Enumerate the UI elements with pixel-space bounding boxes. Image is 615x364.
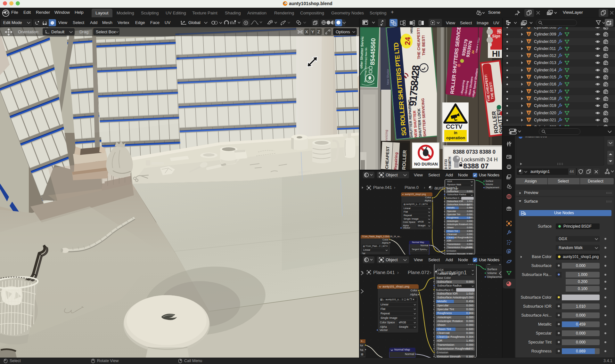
svg-text:8388 0733 8388 0: 8388 0733 8388 0 <box>453 149 496 155</box>
svg-text:HI: HI <box>492 49 500 58</box>
svg-text:NO DURIAN: NO DURIAN <box>414 162 438 166</box>
svg-text:24: 24 <box>471 50 475 54</box>
svg-text:Locksmith 24 H: Locksmith 24 H <box>461 157 498 162</box>
svg-text:8 0733: 8 0733 <box>444 159 448 169</box>
svg-text:THE CHEAPEST!: THE CHEAPEST! <box>416 28 421 59</box>
svg-text:in: in <box>454 131 457 135</box>
svg-text:HRS: HRS <box>410 27 414 34</box>
svg-text:招: 招 <box>497 29 502 34</box>
svg-text:THE BEST!: THE BEST! <box>421 35 426 56</box>
svg-text:New Shutter: New Shutter <box>386 69 390 85</box>
svg-text:Sign: Sign <box>492 34 500 38</box>
svg-text:Repairing: Repairing <box>393 152 399 170</box>
svg-text:operation: operation <box>446 135 465 140</box>
svg-text:KSMITH: KSMITH <box>448 157 452 169</box>
svg-text:85445560: 85445560 <box>369 38 377 65</box>
svg-text:24: 24 <box>403 37 412 45</box>
svg-text:ROLLER: ROLLER <box>401 150 407 170</box>
svg-text:8388 07: 8388 07 <box>463 162 489 170</box>
svg-text:CCTV: CCTV <box>446 123 463 130</box>
